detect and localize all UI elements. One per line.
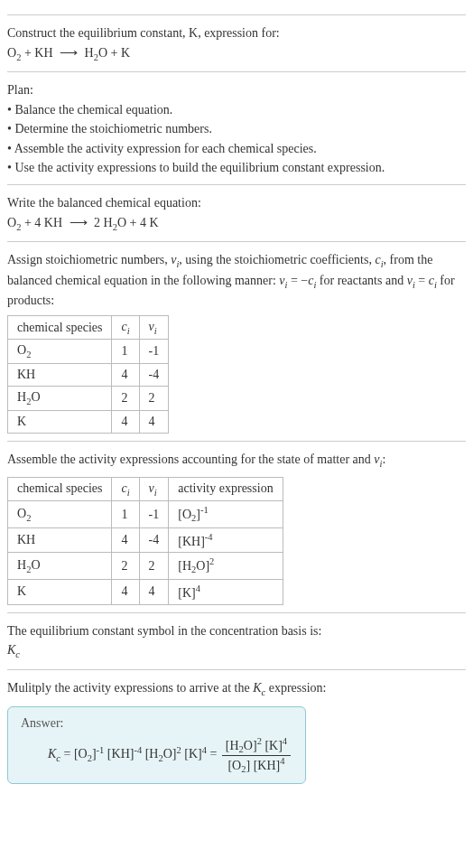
activity-heading: Assemble the activity expressions accoun… <box>7 451 466 471</box>
cell-species: KH <box>8 364 112 387</box>
cell-vi: 4 <box>139 411 169 434</box>
col-activity: activity expression <box>169 477 283 501</box>
table-row: KH 4 -4 <box>8 364 169 387</box>
prompt-heading: Construct the equilibrium constant, K, e… <box>7 24 466 42</box>
table-row: K 4 4 <box>8 411 169 434</box>
cell-species: K <box>8 411 112 434</box>
cell-ci: 4 <box>112 527 139 553</box>
table-row: O2 1 -1 <box>8 340 169 364</box>
cell-ci: 2 <box>112 553 139 579</box>
plan-heading: Plan: <box>7 81 466 99</box>
plan-bullet-text: Determine the stoichiometric numbers. <box>14 122 212 135</box>
plan-bullet: • Use the activity expressions to build … <box>7 159 466 177</box>
cell-ci: 1 <box>112 340 139 364</box>
cell-vi: -4 <box>139 364 169 387</box>
cell-expr: [K]4 <box>169 579 283 604</box>
answer-box: Answer: Kc = [O2]-1 [KH]-4 [H2O]2 [K]4 =… <box>7 706 306 784</box>
multiply-heading: Mulitply the activity expressions to arr… <box>7 679 466 699</box>
plan-bullet-text: Balance the chemical equation. <box>14 103 172 117</box>
symbol-value: Kc <box>7 641 466 661</box>
plan-section: Plan: • Balance the chemical equation. •… <box>7 71 466 177</box>
col-ci: ci <box>112 477 139 501</box>
plan-bullet-text: Use the activity expressions to build th… <box>14 161 385 174</box>
symbol-heading: The equilibrium constant symbol in the c… <box>7 622 466 640</box>
table-row: KH 4 -4 [KH]-4 <box>8 527 283 553</box>
activity-section: Assemble the activity expressions accoun… <box>7 441 466 605</box>
cell-species: O2 <box>8 501 112 527</box>
balanced-heading: Write the balanced chemical equation: <box>7 194 466 212</box>
col-vi: νi <box>139 477 169 501</box>
table-header-row: chemical species ci νi <box>8 315 169 340</box>
stoich-heading: Assign stoichiometric numbers, νi, using… <box>7 251 466 310</box>
stoich-section: Assign stoichiometric numbers, νi, using… <box>7 241 466 434</box>
cell-expr: [O2]-1 <box>169 501 283 527</box>
stoich-table: chemical species ci νi O2 1 -1 KH 4 -4 H… <box>7 315 169 434</box>
answer-formula: Kc = [O2]-1 [KH]-4 [H2O]2 [K]4 = [H2O]2 … <box>21 736 292 774</box>
cell-ci: 1 <box>112 501 139 527</box>
plan-bullet: • Determine the stoichiometric numbers. <box>7 120 466 138</box>
col-species: chemical species <box>8 315 112 340</box>
prompt-equation: O2 + KH ⟶ H2O + K <box>7 44 466 64</box>
balanced-section: Write the balanced chemical equation: O2… <box>7 184 466 234</box>
table-row: K 4 4 [K]4 <box>8 579 283 604</box>
cell-ci: 2 <box>112 387 139 411</box>
cell-vi: 4 <box>139 579 169 604</box>
cell-species: O2 <box>8 340 112 364</box>
col-species: chemical species <box>8 477 112 501</box>
cell-vi: 2 <box>139 387 169 411</box>
cell-species: H2O <box>8 387 112 411</box>
plan-bullet: • Assemble the activity expression for e… <box>7 140 466 158</box>
table-row: O2 1 -1 [O2]-1 <box>8 501 283 527</box>
table-row: H2O 2 2 <box>8 387 169 411</box>
cell-species: KH <box>8 527 112 553</box>
activity-table: chemical species ci νi activity expressi… <box>7 477 283 605</box>
plan-bullet: • Balance the chemical equation. <box>7 101 466 119</box>
cell-species: H2O <box>8 553 112 579</box>
cell-ci: 4 <box>112 364 139 387</box>
multiply-section: Mulitply the activity expressions to arr… <box>7 669 466 784</box>
cell-vi: -4 <box>139 527 169 553</box>
cell-vi: -1 <box>139 340 169 364</box>
cell-ci: 4 <box>112 411 139 434</box>
table-row: H2O 2 2 [H2O]2 <box>8 553 283 579</box>
balanced-equation: O2 + 4 KH ⟶ 2 H2O + 4 K <box>7 214 466 234</box>
cell-species: K <box>8 579 112 604</box>
plan-bullet-text: Assemble the activity expression for eac… <box>14 142 317 155</box>
cell-ci: 4 <box>112 579 139 604</box>
col-vi: νi <box>139 315 169 340</box>
symbol-section: The equilibrium constant symbol in the c… <box>7 612 466 662</box>
cell-vi: -1 <box>139 501 169 527</box>
cell-expr: [H2O]2 <box>169 553 283 579</box>
answer-label: Answer: <box>21 716 292 731</box>
table-header-row: chemical species ci νi activity expressi… <box>8 477 283 501</box>
col-ci: ci <box>112 315 139 340</box>
cell-expr: [KH]-4 <box>169 527 283 553</box>
cell-vi: 2 <box>139 553 169 579</box>
prompt-section: Construct the equilibrium constant, K, e… <box>7 14 466 64</box>
